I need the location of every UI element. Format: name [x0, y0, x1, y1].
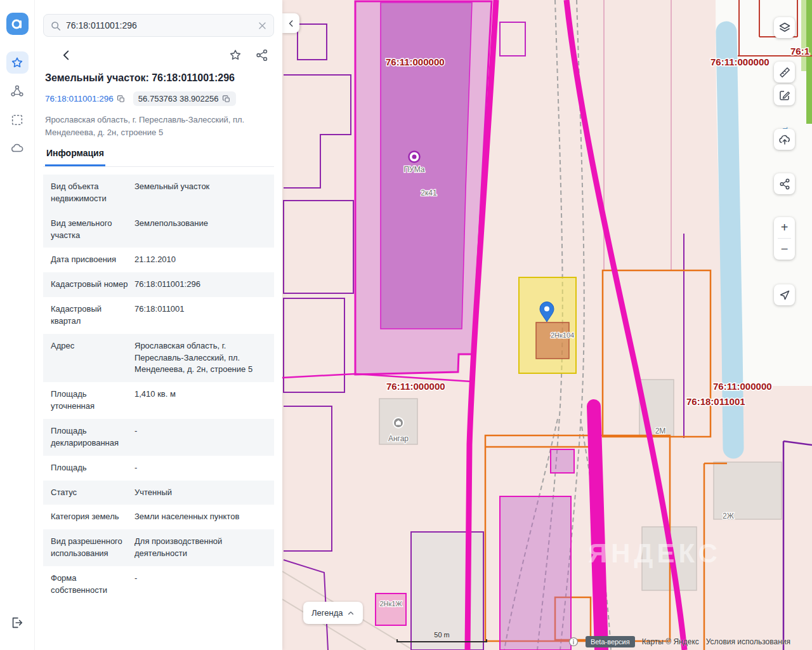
map-area: 76:11:000000 76:11:000000 76:1 76:11:000…: [282, 0, 812, 650]
row-label: Площадь: [51, 462, 134, 474]
greenery-strip: [801, 0, 806, 71]
edit-icon: [778, 89, 791, 102]
info-table: Вид объекта недвижимости Земельный участ…: [43, 175, 274, 603]
copyright-link[interactable]: Карты © Яндекс: [642, 637, 699, 646]
row-label: Площадь уточненная: [51, 388, 134, 413]
map-label-building: 2к41: [421, 189, 437, 197]
rail-favorites-button[interactable]: [6, 51, 29, 74]
locate-button[interactable]: [774, 284, 795, 305]
app-logo[interactable]: [6, 13, 29, 35]
hangar-poi-icon: [393, 418, 403, 428]
collapse-panel-button[interactable]: [282, 13, 299, 33]
layers-icon: [778, 22, 791, 34]
zoom-control: + −: [774, 217, 795, 260]
chevron-up-icon: [347, 609, 355, 617]
scale-line: [396, 639, 487, 642]
table-row: Дата присвоения 21.12.2010: [43, 248, 274, 272]
row-label: Вид объекта недвижимости: [51, 181, 134, 205]
star-icon: [10, 56, 24, 70]
search-icon: [50, 20, 61, 31]
copy-icon[interactable]: [117, 95, 126, 103]
row-label: Вид земельного участка: [51, 218, 134, 242]
greenery-strip: [806, 0, 812, 124]
row-label: Кадастровый квартал: [51, 303, 134, 328]
table-row: Площадь уточненная 1,410 кв. м: [43, 382, 274, 419]
share-object-button[interactable]: [255, 48, 269, 62]
map-label-parcel-number: 76:18:011001: [686, 396, 745, 407]
map-share-button[interactable]: [774, 173, 795, 194]
scale-label: 50 m: [434, 631, 449, 639]
row-label: Вид разрешенного использования: [51, 536, 134, 560]
row-value: Учтенный: [134, 487, 266, 499]
row-label: Форма собственности: [51, 573, 134, 597]
beta-badge: Beta-версия: [586, 636, 635, 647]
table-row: Адрес Ярославская область, г. Переславль…: [43, 334, 274, 383]
measure-button[interactable]: [774, 62, 795, 83]
zoom-out-button[interactable]: −: [774, 239, 795, 260]
row-label: Дата присвоения: [51, 254, 134, 266]
row-value: 76:18:011001: [134, 303, 266, 328]
row-value: 1,410 кв. м: [134, 388, 266, 413]
table-row: Вид разрешенного использования Для произ…: [43, 529, 274, 566]
cadastral-number-link[interactable]: 76:18:011001:296: [45, 94, 126, 103]
map-label-building: 2Нк1Ж: [379, 600, 402, 607]
upload-button[interactable]: [774, 129, 795, 150]
app-logo-icon: [10, 17, 25, 32]
map-label-quarter: 76:1: [790, 46, 809, 56]
map-label-poi: ПУМа: [403, 165, 424, 174]
search-input[interactable]: [66, 20, 252, 30]
coordinates-chip[interactable]: 56.753763 38.902256: [133, 91, 237, 106]
coordinates-text: 56.753763 38.902256: [138, 94, 219, 103]
map-label-quarter: 76:11:000000: [713, 381, 772, 392]
row-value: Для производственной деятельности: [134, 536, 266, 560]
app-rail: [0, 0, 35, 650]
chevron-left-icon: [287, 19, 296, 28]
edit-button[interactable]: [774, 84, 795, 105]
legend-button[interactable]: Легенда: [303, 602, 363, 624]
object-header-toolbar: [47, 48, 269, 62]
share-icon: [778, 178, 791, 190]
layers-button[interactable]: [774, 17, 795, 38]
legend-label: Легенда: [311, 608, 343, 618]
clear-search-icon[interactable]: [258, 21, 267, 30]
building-2nk104: [536, 322, 569, 359]
rail-logout-button[interactable]: [6, 611, 29, 633]
map-label-building: 2Нк104: [551, 331, 574, 339]
object-title: Земельный участок: 76:18:011001:296: [45, 72, 274, 84]
map-label-quarter: 76:11:000000: [710, 56, 769, 67]
object-panel: Земельный участок: 76:18:011001:296 76:1…: [35, 0, 282, 650]
navigation-arrow-icon: [778, 289, 791, 302]
table-row: Категория земель Земли населенных пункто…: [43, 505, 274, 529]
map-canvas[interactable]: 76:11:000000 76:11:000000 76:1 76:11:000…: [282, 0, 812, 650]
map-label-quarter: 76:11:000000: [386, 56, 445, 67]
tab-information[interactable]: Информация: [45, 148, 105, 166]
table-row: Площадь -: [43, 456, 274, 481]
row-label: Кадастровый номер: [51, 279, 134, 291]
map-label-building: Ангар: [388, 434, 409, 443]
cloud-icon: [10, 142, 24, 156]
row-value: Землепользование: [134, 218, 266, 242]
map-label-building: 2Ж: [723, 512, 734, 521]
table-row: Кадастровый номер 76:18:011001:296: [43, 272, 274, 297]
table-row: Статус Учтенный: [43, 481, 274, 505]
logout-icon: [10, 616, 24, 630]
table-row: Форма собственности -: [43, 566, 274, 603]
terms-link[interactable]: Условия использования: [706, 637, 790, 646]
row-value: Земли населенных пунктов: [134, 511, 266, 523]
puma-poi-icon: [409, 152, 420, 162]
favorite-object-button[interactable]: [228, 48, 242, 62]
search-bar: [43, 14, 274, 37]
map-attribution: Beta-версия Карты © Яндекс Условия испол…: [568, 636, 790, 647]
copy-icon[interactable]: [222, 95, 231, 103]
row-value: -: [134, 425, 266, 449]
rail-select-area-button[interactable]: [6, 109, 29, 131]
rail-cloud-button[interactable]: [6, 137, 29, 159]
scale-bar: 50 m: [396, 631, 487, 642]
back-chevron-icon: [60, 48, 74, 62]
zoom-in-button[interactable]: +: [774, 217, 795, 238]
back-button[interactable]: [60, 48, 74, 62]
row-value: 21.12.2010: [134, 254, 266, 266]
info-icon[interactable]: [568, 637, 579, 647]
cadastral-number-text: 76:18:011001:296: [45, 94, 114, 103]
rail-layers-button[interactable]: [6, 80, 29, 102]
